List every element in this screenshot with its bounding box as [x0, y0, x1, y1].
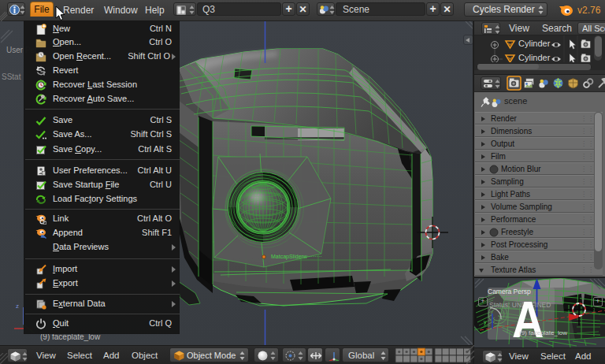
- svg-text:z: z: [16, 303, 19, 310]
- svg-text:MatcapSliderw········: MatcapSliderw········: [271, 254, 322, 260]
- svg-text:y: y: [484, 319, 487, 325]
